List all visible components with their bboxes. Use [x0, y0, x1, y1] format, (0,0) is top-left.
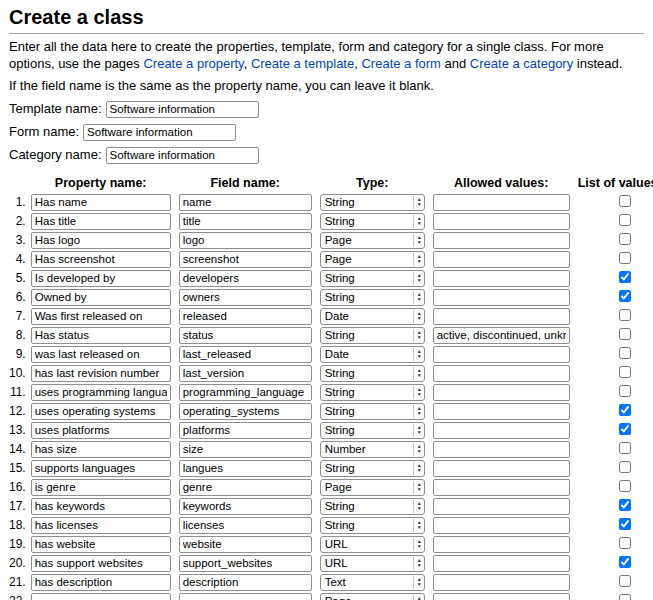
- property-name-input[interactable]: [31, 251, 171, 268]
- type-select[interactable]: String ▲▼: [320, 327, 425, 344]
- list-of-values-checkbox[interactable]: [619, 328, 631, 340]
- list-of-values-checkbox[interactable]: [619, 461, 631, 473]
- property-name-input[interactable]: [31, 403, 171, 420]
- allowed-values-input[interactable]: [433, 403, 570, 420]
- list-of-values-checkbox[interactable]: [619, 214, 631, 226]
- field-name-input[interactable]: [179, 308, 312, 325]
- type-select[interactable]: String ▲▼: [320, 194, 425, 211]
- field-name-input[interactable]: [179, 498, 312, 515]
- list-of-values-checkbox[interactable]: [619, 252, 631, 264]
- type-select[interactable]: String ▲▼: [320, 289, 425, 306]
- property-name-input[interactable]: [31, 593, 171, 600]
- allowed-values-input[interactable]: [433, 289, 570, 306]
- property-name-input[interactable]: [31, 498, 171, 515]
- type-select[interactable]: Page ▲▼: [320, 593, 425, 600]
- type-select[interactable]: String ▲▼: [320, 517, 425, 534]
- allowed-values-input[interactable]: [433, 270, 570, 287]
- type-select[interactable]: Page ▲▼: [320, 479, 425, 496]
- allowed-values-input[interactable]: [433, 593, 570, 600]
- field-name-input[interactable]: [179, 460, 312, 477]
- property-name-input[interactable]: [31, 308, 171, 325]
- field-name-input[interactable]: [179, 365, 312, 382]
- allowed-values-input[interactable]: [433, 479, 570, 496]
- allowed-values-input[interactable]: [433, 460, 570, 477]
- list-of-values-checkbox[interactable]: [619, 233, 631, 245]
- field-name-input[interactable]: [179, 270, 312, 287]
- create-template-link[interactable]: Create a template: [251, 56, 354, 71]
- allowed-values-input[interactable]: [433, 365, 570, 382]
- type-select[interactable]: String ▲▼: [320, 270, 425, 287]
- property-name-input[interactable]: [31, 346, 171, 363]
- list-of-values-checkbox[interactable]: [619, 537, 631, 549]
- category-name-input[interactable]: [106, 147, 259, 164]
- type-select[interactable]: String ▲▼: [320, 422, 425, 439]
- field-name-input[interactable]: [179, 346, 312, 363]
- list-of-values-checkbox[interactable]: [619, 499, 631, 511]
- list-of-values-checkbox[interactable]: [619, 195, 631, 207]
- list-of-values-checkbox[interactable]: [619, 480, 631, 492]
- field-name-input[interactable]: [179, 422, 312, 439]
- create-form-link[interactable]: Create a form: [361, 56, 440, 71]
- type-select[interactable]: Date ▲▼: [320, 308, 425, 325]
- type-select[interactable]: URL ▲▼: [320, 555, 425, 572]
- type-select[interactable]: Page ▲▼: [320, 232, 425, 249]
- type-select[interactable]: String ▲▼: [320, 498, 425, 515]
- type-select[interactable]: Number ▲▼: [320, 441, 425, 458]
- type-select[interactable]: String ▲▼: [320, 403, 425, 420]
- allowed-values-input[interactable]: [433, 384, 570, 401]
- form-name-input[interactable]: [83, 124, 236, 141]
- field-name-input[interactable]: [179, 479, 312, 496]
- list-of-values-checkbox[interactable]: [619, 309, 631, 321]
- property-name-input[interactable]: [31, 213, 171, 230]
- list-of-values-checkbox[interactable]: [619, 594, 631, 600]
- field-name-input[interactable]: [179, 384, 312, 401]
- property-name-input[interactable]: [31, 289, 171, 306]
- allowed-values-input[interactable]: [433, 574, 570, 591]
- field-name-input[interactable]: [179, 289, 312, 306]
- allowed-values-input[interactable]: [433, 441, 570, 458]
- field-name-input[interactable]: [179, 441, 312, 458]
- property-name-input[interactable]: [31, 194, 171, 211]
- property-name-input[interactable]: [31, 270, 171, 287]
- property-name-input[interactable]: [31, 555, 171, 572]
- property-name-input[interactable]: [31, 365, 171, 382]
- field-name-input[interactable]: [179, 574, 312, 591]
- field-name-input[interactable]: [179, 213, 312, 230]
- type-select[interactable]: URL ▲▼: [320, 536, 425, 553]
- list-of-values-checkbox[interactable]: [619, 271, 631, 283]
- field-name-input[interactable]: [179, 327, 312, 344]
- list-of-values-checkbox[interactable]: [619, 442, 631, 454]
- allowed-values-input[interactable]: [433, 498, 570, 515]
- allowed-values-input[interactable]: [433, 536, 570, 553]
- property-name-input[interactable]: [31, 327, 171, 344]
- field-name-input[interactable]: [179, 593, 312, 600]
- list-of-values-checkbox[interactable]: [619, 347, 631, 359]
- type-select[interactable]: String ▲▼: [320, 365, 425, 382]
- field-name-input[interactable]: [179, 251, 312, 268]
- property-name-input[interactable]: [31, 460, 171, 477]
- type-select[interactable]: Page ▲▼: [320, 251, 425, 268]
- field-name-input[interactable]: [179, 403, 312, 420]
- list-of-values-checkbox[interactable]: [619, 290, 631, 302]
- allowed-values-input[interactable]: [433, 555, 570, 572]
- allowed-values-input[interactable]: [433, 327, 570, 344]
- property-name-input[interactable]: [31, 441, 171, 458]
- property-name-input[interactable]: [31, 422, 171, 439]
- field-name-input[interactable]: [179, 517, 312, 534]
- list-of-values-checkbox[interactable]: [619, 423, 631, 435]
- type-select[interactable]: String ▲▼: [320, 460, 425, 477]
- property-name-input[interactable]: [31, 536, 171, 553]
- type-select[interactable]: String ▲▼: [320, 384, 425, 401]
- allowed-values-input[interactable]: [433, 346, 570, 363]
- allowed-values-input[interactable]: [433, 213, 570, 230]
- type-select[interactable]: Text ▲▼: [320, 574, 425, 591]
- list-of-values-checkbox[interactable]: [619, 404, 631, 416]
- property-name-input[interactable]: [31, 574, 171, 591]
- type-select[interactable]: Date ▲▼: [320, 346, 425, 363]
- list-of-values-checkbox[interactable]: [619, 518, 631, 530]
- allowed-values-input[interactable]: [433, 517, 570, 534]
- list-of-values-checkbox[interactable]: [619, 385, 631, 397]
- allowed-values-input[interactable]: [433, 194, 570, 211]
- property-name-input[interactable]: [31, 232, 171, 249]
- list-of-values-checkbox[interactable]: [619, 366, 631, 378]
